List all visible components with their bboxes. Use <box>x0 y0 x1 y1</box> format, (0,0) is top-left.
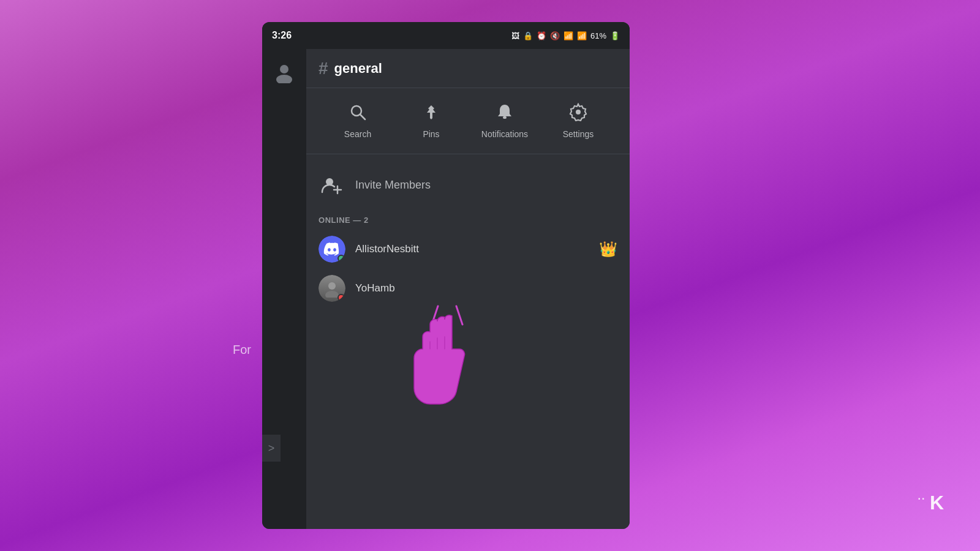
pins-label: Pins <box>423 129 439 139</box>
invite-members-row[interactable]: Invite Members <box>306 164 630 206</box>
status-bar: 3:26 🖼 🔒 ⏰ 🔇 📶 📶 61% 🔋 <box>262 22 630 49</box>
arrow-icon: > <box>268 442 275 455</box>
member-name: AllistorNesbitt <box>355 243 589 255</box>
table-row[interactable]: AllistorNesbitt 👑 <box>306 230 630 269</box>
table-row[interactable]: YoHamb <box>306 269 630 308</box>
toolbar-settings[interactable]: Settings <box>541 98 615 144</box>
phone-frame: 3:26 🖼 🔒 ⏰ 🔇 📶 📶 61% 🔋 <box>262 22 630 529</box>
search-label: Search <box>344 129 371 139</box>
pins-icon <box>422 103 440 124</box>
channel-header: # general <box>306 49 630 88</box>
channel-name: general <box>334 61 382 77</box>
notifications-icon <box>496 103 514 124</box>
sidebar-arrow-button[interactable]: > <box>262 435 281 462</box>
battery-text: 61% <box>590 31 606 40</box>
notifications-label: Notifications <box>481 129 528 139</box>
online-status-dot <box>337 255 345 262</box>
k-logo-letter: K <box>930 492 943 514</box>
dnd-status-dot <box>337 294 345 301</box>
signal-icon: 📶 <box>577 31 587 40</box>
svg-point-0 <box>280 65 288 73</box>
knowtechie-logo: ·· K <box>918 492 943 514</box>
svg-point-5 <box>576 110 581 114</box>
svg-point-9 <box>328 282 336 290</box>
online-section-header: ONLINE — 2 <box>306 206 630 230</box>
avatar <box>318 275 345 302</box>
toolbar-notifications[interactable]: Notifications <box>468 98 541 144</box>
for-text: For <box>233 343 251 357</box>
status-icons: 🖼 🔒 ⏰ 🔇 📶 📶 61% 🔋 <box>511 31 620 40</box>
wifi-icon: 📶 <box>564 31 573 40</box>
search-icon <box>349 103 367 124</box>
battery-icon: 🔋 <box>610 31 620 40</box>
status-time: 3:26 <box>272 30 292 41</box>
svg-line-3 <box>360 114 365 119</box>
right-panel: # general Search <box>306 49 630 529</box>
alarm-icon: ⏰ <box>537 31 546 40</box>
toolbar-pins[interactable]: Pins <box>394 98 468 144</box>
member-name: YoHamb <box>355 282 617 294</box>
invite-icon <box>318 171 345 198</box>
settings-label: Settings <box>563 129 594 139</box>
avatar <box>318 236 345 263</box>
main-area: # general Search <box>262 49 630 529</box>
settings-icon <box>569 103 587 124</box>
user-avatar-icon[interactable] <box>271 59 298 86</box>
members-panel: Invite Members ONLINE — 2 AllistorNe <box>306 154 630 529</box>
svg-point-10 <box>325 291 339 298</box>
toolbar-search[interactable]: Search <box>321 98 394 144</box>
crown-icon: 👑 <box>599 241 617 258</box>
photo-icon: 🖼 <box>511 31 519 40</box>
channel-hash-icon: # <box>318 59 328 78</box>
mute-icon: 🔇 <box>550 31 560 40</box>
invite-members-label: Invite Members <box>355 179 431 192</box>
k-logo-dots: ·· <box>918 493 930 504</box>
toolbar: Search Pins <box>306 88 630 154</box>
lock-icon: 🔒 <box>523 31 533 40</box>
svg-point-1 <box>276 75 292 83</box>
svg-rect-4 <box>503 116 507 119</box>
